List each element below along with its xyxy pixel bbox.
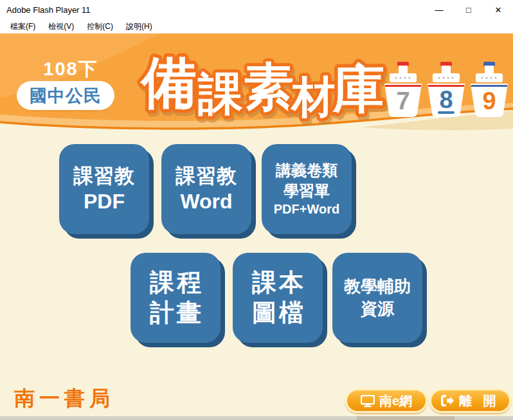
button-label-line: 計畫 <box>147 298 204 329</box>
grade-7-boat-button[interactable]: 7 <box>383 60 423 120</box>
window-bottom-edge <box>0 416 513 420</box>
menu-help[interactable]: 說明(H) <box>123 21 155 32</box>
nan-e-net-label: 南e網 <box>379 392 412 410</box>
lesson-word-button[interactable]: 課習教 Word <box>161 144 251 234</box>
menu-control[interactable]: 控制(C) <box>84 21 116 32</box>
grade-7-number: 7 <box>396 87 410 114</box>
app-title: 備 課 素 材 庫 <box>130 37 388 127</box>
close-button[interactable]: ✕ <box>483 0 513 19</box>
exit-label: 離 開 <box>459 392 500 410</box>
button-label-line: 課程 <box>147 268 204 298</box>
button-label-line: 課習教 <box>73 164 135 189</box>
button-label-line: PDF+Word <box>274 201 339 218</box>
exit-button[interactable]: 離 開 <box>429 388 511 413</box>
subject-badge: 國中公民 <box>17 81 114 110</box>
title-char-3: 素 <box>244 59 294 115</box>
publisher-logo: 南一書局 <box>14 385 114 413</box>
exit-arrow-icon <box>440 394 455 407</box>
grade-8-boat-button[interactable]: 8 <box>426 60 466 120</box>
minimize-button[interactable]: — <box>424 0 454 19</box>
title-char-2: 課 <box>197 69 243 119</box>
title-char-5: 庫 <box>332 60 384 118</box>
grade-9-boat-button[interactable]: 9 <box>469 60 509 120</box>
textbook-images-button[interactable]: 課本 圖檔 <box>233 253 323 343</box>
title-char-1: 備 <box>140 51 197 113</box>
window-title: Adobe Flash Player 11 <box>6 5 91 15</box>
semester-label: 108下 <box>26 57 116 82</box>
grade-8-selected-underline <box>438 111 455 114</box>
button-label-line: 圖檔 <box>249 298 306 329</box>
handout-worksheet-button[interactable]: 講義卷類 學習單 PDF+Word <box>262 144 352 234</box>
flash-player-window: Adobe Flash Player 11 — □ ✕ 檔案(F) 檢視(V) … <box>0 0 513 420</box>
flash-stage: 108下 國中公民 備 課 素 材 庫 7 <box>0 33 513 420</box>
button-label-line: PDF <box>84 189 125 214</box>
menu-view[interactable]: 檢視(V) <box>46 21 76 32</box>
menu-bar: 檔案(F) 檢視(V) 控制(C) 說明(H) <box>0 19 513 33</box>
teaching-aid-resources-button[interactable]: 教學輔助 資源 <box>332 253 422 343</box>
button-label-line: Word <box>180 189 232 214</box>
grade-8-number: 8 <box>439 86 453 113</box>
button-label-line: 資源 <box>361 298 394 320</box>
bottom-edge-segment <box>357 416 455 420</box>
curriculum-plan-button[interactable]: 課程 計畫 <box>130 253 221 343</box>
monitor-icon <box>361 395 375 407</box>
lesson-pdf-button[interactable]: 課習教 PDF <box>59 144 149 234</box>
title-char-4: 材 <box>290 72 336 121</box>
window-controls: — □ ✕ <box>424 0 513 19</box>
menu-file[interactable]: 檔案(F) <box>8 21 38 32</box>
button-label-line: 教學輔助 <box>344 275 411 298</box>
button-label-line: 講義卷類 <box>276 160 338 180</box>
nan-e-net-button[interactable]: 南e網 <box>345 388 428 413</box>
button-label-line: 課本 <box>249 268 306 298</box>
button-label-line: 課習教 <box>176 164 237 189</box>
grade-9-number: 9 <box>482 87 496 114</box>
button-label-line: 學習單 <box>284 181 330 201</box>
maximize-button[interactable]: □ <box>454 0 483 19</box>
